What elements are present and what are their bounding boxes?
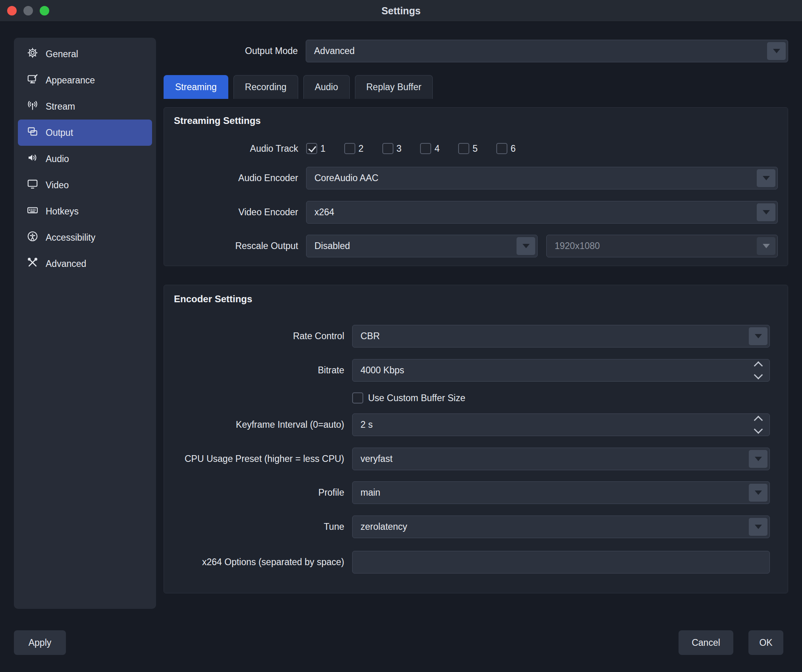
spin-down-icon[interactable] [754, 425, 763, 434]
cpu-preset-select[interactable]: veryfast [352, 448, 770, 470]
audio-encoder-value: CoreAudio AAC [314, 173, 378, 183]
audio-track-3-checkbox[interactable] [382, 143, 393, 154]
audio-track-3-label: 3 [397, 143, 402, 154]
window-title: Settings [382, 5, 421, 17]
sidebar-item-appearance[interactable]: Appearance [18, 67, 152, 93]
gear-icon [27, 47, 39, 61]
sidebar-item-label: Hotkeys [46, 206, 79, 217]
cpu-preset-value: veryfast [361, 454, 393, 464]
close-button[interactable] [7, 6, 17, 15]
chevron-down-icon [749, 518, 767, 536]
profile-label: Profile [174, 487, 352, 498]
tune-label: Tune [174, 521, 352, 532]
video-encoder-value: x264 [314, 207, 334, 218]
stream-icon [27, 99, 39, 114]
audio-track-2-label: 2 [359, 143, 364, 154]
use-custom-buffer-checkbox[interactable] [352, 392, 363, 404]
chevron-down-icon [757, 203, 775, 221]
sidebar-item-label: Stream [46, 101, 75, 112]
x264-options-field [352, 551, 770, 574]
advanced-icon [27, 257, 39, 271]
spin-up-icon[interactable] [754, 361, 763, 371]
rate-control-label: Rate Control [174, 331, 352, 342]
sidebar-item-label: Advanced [46, 259, 86, 269]
output-tabs: Streaming Recording Audio Replay Buffer [164, 75, 788, 99]
chevron-down-icon [757, 169, 775, 187]
sidebar-item-label: Appearance [46, 75, 95, 86]
chevron-down-icon [749, 484, 767, 502]
sidebar-item-advanced[interactable]: Advanced [18, 251, 152, 277]
tune-value: zerolatency [361, 521, 407, 532]
audio-icon [27, 152, 39, 166]
output-mode-value: Advanced [314, 46, 355, 56]
output-mode-label: Output Mode [164, 46, 306, 56]
rescale-resolution-select[interactable]: 1920x1080 [546, 235, 778, 257]
tab-replay-buffer[interactable]: Replay Buffer [355, 75, 433, 99]
output-settings-page: Output Mode Advanced Streaming Recording… [164, 38, 788, 593]
audio-track-2-checkbox[interactable] [344, 143, 355, 154]
chevron-down-icon [749, 327, 767, 345]
ok-button[interactable]: OK [748, 630, 783, 655]
sidebar-item-label: Accessibility [46, 232, 95, 243]
sidebar-item-output[interactable]: Output [18, 120, 152, 146]
audio-encoder-label: Audio Encoder [174, 173, 306, 183]
rescale-resolution-value: 1920x1080 [555, 241, 600, 251]
tab-streaming[interactable]: Streaming [164, 75, 228, 99]
keyframe-interval-label: Keyframe Interval (0=auto) [174, 419, 352, 430]
video-encoder-select[interactable]: x264 [306, 201, 778, 224]
sidebar-item-label: Video [46, 180, 69, 191]
x264-options-input[interactable] [361, 556, 762, 568]
spin-down-icon[interactable] [754, 371, 763, 380]
output-mode-select[interactable]: Advanced [306, 40, 788, 62]
audio-track-5-label: 5 [472, 143, 478, 154]
sidebar-item-label: Output [46, 127, 73, 138]
chevron-down-icon [517, 237, 535, 255]
rescale-output-label: Rescale Output [174, 241, 306, 251]
chevron-down-icon [757, 237, 775, 255]
audio-track-4-label: 4 [434, 143, 440, 154]
audio-track-1-label: 1 [320, 143, 326, 154]
rate-control-select[interactable]: CBR [352, 325, 770, 348]
sidebar-item-stream[interactable]: Stream [18, 93, 152, 120]
audio-track-6-label: 6 [511, 143, 516, 154]
window-controls [7, 0, 49, 21]
keyframe-interval-spinner[interactable]: 2 s [352, 413, 770, 436]
audio-track-1-checkbox[interactable] [306, 143, 317, 154]
settings-sidebar: General Appearance Stream Output Audio V… [14, 38, 156, 609]
audio-encoder-select[interactable]: CoreAudio AAC [306, 167, 778, 189]
group-title: Encoder Settings [174, 285, 778, 305]
video-encoder-label: Video Encoder [174, 207, 306, 218]
encoder-settings-group: Encoder Settings Rate Control CBR Bitrat… [164, 285, 788, 593]
cpu-preset-label: CPU Usage Preset (higher = less CPU) [174, 454, 352, 464]
sidebar-item-general[interactable]: General [18, 41, 152, 67]
minimize-button[interactable] [23, 6, 33, 15]
audio-track-checkboxes: 1 2 3 4 5 [306, 143, 778, 154]
output-icon [27, 126, 39, 140]
sidebar-item-accessibility[interactable]: Accessibility [18, 224, 152, 251]
titlebar: Settings [0, 0, 802, 22]
zoom-button[interactable] [40, 6, 49, 15]
audio-track-4-checkbox[interactable] [420, 143, 431, 154]
profile-select[interactable]: main [352, 481, 770, 504]
audio-track-5-checkbox[interactable] [458, 143, 469, 154]
tune-select[interactable]: zerolatency [352, 516, 770, 538]
chevron-down-icon [749, 450, 767, 468]
sidebar-item-hotkeys[interactable]: Hotkeys [18, 198, 152, 224]
sidebar-item-label: General [46, 49, 78, 60]
sidebar-item-audio[interactable]: Audio [18, 146, 152, 172]
spin-up-icon[interactable] [754, 416, 763, 425]
sidebar-item-label: Audio [46, 154, 69, 164]
tab-recording[interactable]: Recording [233, 75, 298, 99]
sidebar-item-video[interactable]: Video [18, 172, 152, 198]
keyframe-interval-value: 2 s [361, 419, 373, 430]
bitrate-spinner[interactable]: 4000 Kbps [352, 359, 770, 382]
tab-audio[interactable]: Audio [303, 75, 350, 99]
rescale-output-select[interactable]: Disabled [306, 235, 538, 257]
apply-button[interactable]: Apply [14, 630, 66, 655]
audio-track-6-checkbox[interactable] [496, 143, 507, 154]
cancel-button[interactable]: Cancel [679, 630, 733, 655]
video-icon [27, 178, 39, 192]
accessibility-icon [27, 230, 39, 245]
group-title: Streaming Settings [174, 108, 778, 127]
chevron-down-icon [767, 42, 786, 60]
